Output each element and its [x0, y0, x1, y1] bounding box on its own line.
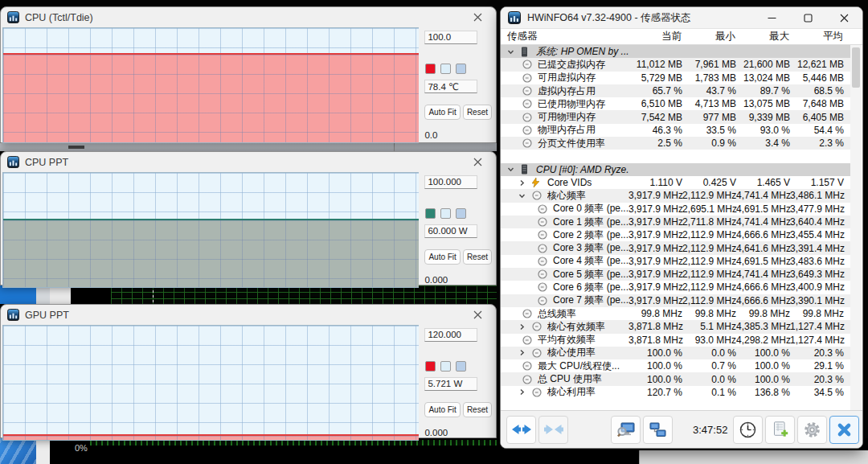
- row-expand-chevron[interactable]: [506, 166, 515, 173]
- sensor-row[interactable]: Core 7 频率 (pe... 3,917.9 MHz 2,112.9 MHz…: [501, 294, 850, 307]
- grid-color-swatch[interactable]: [456, 208, 466, 219]
- hwinfo-titlebar[interactable]: HWiNFO64 v7.32-4900 - 传感器状态: [501, 7, 862, 29]
- sensor-row[interactable]: 核心利用率 120.7 % 0.1 % 136.8 % 34.5 %: [501, 386, 850, 399]
- sensor-row[interactable]: 总线频率 99.8 MHz 99.8 MHz 99.8 MHz 99.8 MHz: [501, 307, 850, 320]
- value-current: 3,917.9 MHz: [628, 243, 682, 254]
- collapse-all-button[interactable]: [538, 416, 568, 444]
- sensor-row[interactable]: 平均有效频率 3,871.8 MHz 93.0 MHz 4,298.2 MHz …: [501, 334, 850, 347]
- graph-window-titlebar[interactable]: CPU (Tctl/Tdie): [1, 7, 496, 27]
- row-expand-chevron[interactable]: [518, 323, 526, 331]
- grid-color-swatch[interactable]: [456, 361, 466, 372]
- sensor-row[interactable]: Core 5 频率 (pe... 3,917.9 MHz 2,112.9 MHz…: [501, 268, 850, 281]
- sensor-row[interactable]: Core 0 频率 (pe... 3,917.9 MHz 2,695.1 MHz…: [501, 203, 850, 216]
- maximize-icon[interactable]: [790, 7, 826, 28]
- sensor-row[interactable]: [501, 150, 850, 162]
- start-logging-button[interactable]: [765, 416, 795, 444]
- value-avg: 3,640.4 MHz: [790, 216, 844, 228]
- auto-fit-button[interactable]: Auto Fit: [424, 249, 460, 265]
- close-sensors-button[interactable]: [829, 416, 859, 444]
- value-avg: 3,455.4 MHz: [790, 229, 844, 240]
- sensor-row[interactable]: 核心有效频率 3,871.8 MHz 5.1 MHz 4,385.3 MHz 1…: [501, 320, 850, 333]
- sensor-row[interactable]: 分页文件使用率 2.5 % 0.9 % 3.4 % 2.3 %: [501, 137, 850, 150]
- close-icon[interactable]: [465, 306, 489, 323]
- sensor-row[interactable]: 物理内存占用 46.3 % 33.5 % 93.0 % 54.4 %: [501, 124, 850, 137]
- sensor-row[interactable]: Core VIDs 1.110 V 0.425 V 1.465 V 1.157 …: [501, 176, 850, 189]
- reset-button[interactable]: Reset: [463, 402, 492, 417]
- graph-max-field[interactable]: 120.000: [424, 328, 477, 342]
- clock-button[interactable]: [733, 416, 763, 444]
- value-current: 3,917.9 MHz: [628, 295, 682, 306]
- background-blue-block: [0, 285, 36, 304]
- sensor-row[interactable]: Core 1 频率 (pe... 3,917.9 MHz 2,711.8 MHz…: [501, 216, 850, 228]
- value-max: 99.8 MHz: [736, 308, 790, 319]
- sensor-row[interactable]: Core 2 频率 (pe... 3,917.9 MHz 2,112.9 MHz…: [501, 228, 850, 241]
- sensor-row[interactable]: Core 4 频率 (pe... 3,917.9 MHz 2,112.9 MHz…: [501, 255, 850, 268]
- reset-button[interactable]: Reset: [463, 249, 492, 265]
- settings-gear-button[interactable]: [797, 416, 827, 444]
- minimize-icon[interactable]: [754, 7, 790, 28]
- auto-fit-button[interactable]: Auto Fit: [424, 402, 460, 417]
- sensor-row[interactable]: 已使用物理内存 6,510 MB 4,713 MB 13,075 MB 7,64…: [501, 97, 850, 110]
- wallpaper-corner: [0, 438, 36, 464]
- graph-window-titlebar[interactable]: GPU PPT: [1, 305, 496, 325]
- background-color-swatch[interactable]: [440, 208, 451, 219]
- sensor-row[interactable]: 虚拟内存占用 65.7 % 43.7 % 89.7 % 68.5 %: [501, 84, 850, 97]
- value-current: 3,871.8 MHz: [628, 321, 682, 332]
- auto-fit-button[interactable]: Auto Fit: [424, 105, 460, 120]
- sensor-row[interactable]: 核心使用率 100.0 % 0.0 % 100.0 % 20.3 %: [501, 347, 850, 359]
- sensor-row[interactable]: 可用虚拟内存 5,729 MB 1,783 MB 13,024 MB 5,446…: [501, 72, 850, 84]
- close-icon[interactable]: [826, 7, 862, 28]
- sensor-row[interactable]: Core 3 频率 (pe... 3,917.9 MHz 2,112.9 MHz…: [501, 241, 850, 254]
- system-summary-button[interactable]: [611, 416, 641, 444]
- column-avg[interactable]: 平均: [789, 30, 843, 43]
- series-color-swatch[interactable]: [425, 64, 436, 74]
- series-color-swatch[interactable]: [425, 361, 436, 372]
- column-min[interactable]: 最小: [682, 30, 735, 43]
- value-max: 100.0 %: [736, 374, 790, 385]
- sensor-label: 已使用物理内存: [538, 97, 628, 111]
- background-color-swatch[interactable]: [440, 64, 451, 74]
- background-color-swatch[interactable]: [440, 361, 451, 372]
- row-expand-chevron[interactable]: [506, 48, 515, 55]
- sensor-row[interactable]: 可用物理内存 7,542 MB 977 MB 9,339 MB 6,405 MB: [501, 110, 850, 123]
- sensor-row[interactable]: Core 6 频率 (pe... 3,917.9 MHz 2,112.9 MHz…: [501, 281, 850, 294]
- row-expand-chevron[interactable]: [518, 179, 526, 187]
- value-min: 1,783 MB: [682, 72, 736, 84]
- grid-color-swatch[interactable]: [456, 64, 466, 74]
- graph-window-title: CPU PPT: [25, 157, 68, 168]
- graph-max-field[interactable]: 100.0: [424, 31, 477, 44]
- close-icon[interactable]: [465, 154, 489, 170]
- sensor-row[interactable]: 最大 CPU/线程使... 100.0 % 0.7 % 100.0 % 29.1…: [501, 359, 850, 372]
- graph-window-titlebar[interactable]: CPU PPT: [1, 152, 496, 172]
- graph-max-field[interactable]: 100.000: [424, 175, 477, 189]
- reset-button[interactable]: Reset: [463, 105, 492, 120]
- column-sensor[interactable]: 传感器: [501, 30, 628, 43]
- hwinfo-app-icon: [7, 11, 19, 23]
- sensor-table-body: 系统: HP OMEN by ... 已提交虚拟内存 11,012 MB 7,9…: [501, 45, 850, 410]
- remote-monitoring-button[interactable]: [643, 416, 673, 444]
- value-max: 3.4 %: [736, 138, 790, 149]
- vertical-scrollbar[interactable]: [850, 45, 862, 410]
- value-current: 11,012 MB: [628, 59, 682, 70]
- close-icon[interactable]: [465, 9, 489, 26]
- row-expand-chevron[interactable]: [518, 192, 526, 199]
- row-expand-chevron[interactable]: [518, 349, 526, 356]
- column-current[interactable]: 当前: [628, 30, 682, 43]
- column-max[interactable]: 最大: [735, 30, 789, 43]
- value-avg: 20.3 %: [790, 374, 844, 385]
- value-max: 4,641.6 MHz: [736, 243, 790, 254]
- row-expand-chevron[interactable]: [518, 388, 526, 396]
- scrollbar-thumb[interactable]: [852, 47, 860, 88]
- sensor-label: 总线频率: [538, 307, 628, 321]
- value-current: 3,917.9 MHz: [628, 269, 682, 280]
- sensor-row[interactable]: 总 CPU 使用率 100.0 % 0.0 % 100.0 % 20.3 %: [501, 372, 850, 385]
- sensor-row[interactable]: 系统: HP OMEN by ...: [501, 45, 850, 58]
- sensor-row[interactable]: 已提交虚拟内存 11,012 MB 7,961 MB 21,600 MB 12,…: [501, 58, 850, 71]
- sensor-row[interactable]: 核心频率 3,917.9 MHz 2,112.9 MHz 4,741.4 MHz…: [501, 189, 850, 202]
- sensor-label: Core 4 频率 (pe...: [553, 254, 628, 268]
- value-current: 3,871.8 MHz: [628, 335, 682, 346]
- sensor-row[interactable]: CPU [#0]: AMD Ryze...: [501, 163, 850, 176]
- graph-fill-series: [3, 53, 419, 142]
- expand-all-button[interactable]: [506, 416, 536, 444]
- series-color-swatch[interactable]: [425, 208, 436, 219]
